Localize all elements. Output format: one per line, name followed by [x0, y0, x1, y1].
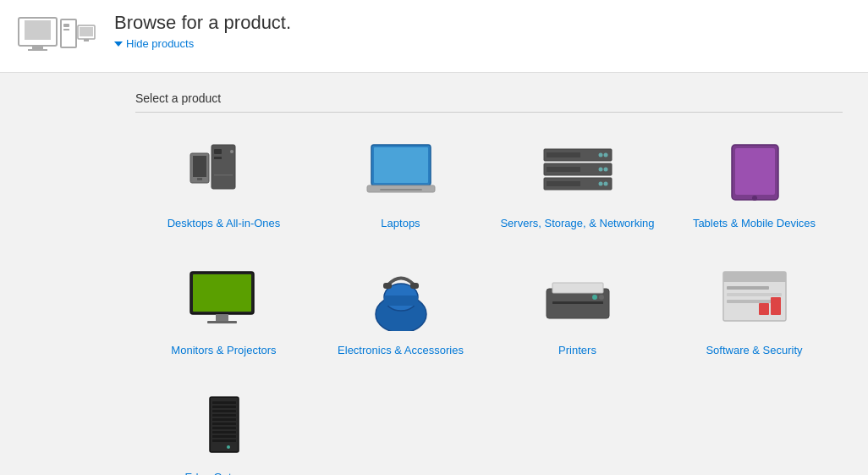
svg-rect-3 — [28, 49, 47, 51]
product-image-monitors — [178, 265, 271, 333]
svg-rect-4 — [61, 19, 76, 47]
product-image-edge-gateways — [178, 392, 271, 460]
svg-rect-23 — [547, 152, 580, 157]
svg-point-50 — [599, 295, 604, 300]
grid-empty-3 — [666, 375, 843, 475]
arrow-down-icon — [114, 41, 123, 47]
svg-rect-27 — [547, 167, 580, 172]
product-item-software[interactable]: Software & Security — [666, 248, 843, 375]
hide-products-link[interactable]: Hide products — [114, 37, 291, 50]
product-label-electronics: Electronics & Accessories — [338, 343, 464, 358]
svg-rect-54 — [727, 286, 769, 290]
svg-rect-8 — [80, 27, 93, 36]
product-image-tablets — [708, 138, 801, 206]
svg-rect-47 — [552, 283, 603, 293]
product-label-printers: Printers — [558, 343, 596, 358]
svg-rect-16 — [193, 156, 206, 177]
product-item-servers[interactable]: Servers, Storage, & Networking — [489, 121, 666, 248]
product-image-printers — [531, 265, 624, 333]
svg-rect-57 — [759, 303, 769, 315]
select-product-label: Select a product — [135, 81, 843, 113]
svg-rect-14 — [214, 174, 233, 176]
product-label-servers: Servers, Storage, & Networking — [500, 216, 654, 231]
svg-rect-43 — [384, 295, 418, 306]
svg-rect-56 — [727, 300, 773, 303]
svg-rect-19 — [374, 147, 428, 183]
svg-point-24 — [598, 152, 602, 157]
svg-rect-64 — [212, 418, 236, 421]
product-label-tablets: Tablets & Mobile Devices — [693, 216, 816, 231]
svg-point-70 — [227, 445, 230, 449]
svg-rect-63 — [212, 414, 236, 417]
hide-products-label: Hide products — [126, 37, 194, 50]
svg-rect-31 — [547, 181, 580, 186]
svg-rect-38 — [193, 274, 251, 312]
product-image-electronics — [354, 265, 448, 333]
svg-rect-17 — [197, 178, 202, 180]
svg-rect-58 — [771, 297, 781, 315]
svg-rect-60 — [212, 401, 236, 404]
product-item-edge-gateways[interactable]: Edge Gateways — [135, 375, 312, 475]
svg-rect-44 — [383, 283, 392, 289]
svg-rect-2 — [32, 46, 43, 49]
header-icon — [17, 15, 97, 62]
product-label-desktops: Desktops & All-in-Ones — [168, 216, 281, 231]
svg-rect-9 — [84, 39, 89, 41]
svg-rect-53 — [723, 279, 786, 282]
svg-rect-66 — [212, 427, 236, 429]
svg-point-13 — [230, 150, 233, 153]
product-item-printers[interactable]: Printers — [489, 248, 666, 375]
product-label-laptops: Laptops — [381, 216, 420, 231]
svg-rect-6 — [63, 29, 69, 30]
svg-rect-5 — [63, 24, 69, 27]
grid-empty-2 — [489, 375, 666, 475]
svg-rect-35 — [735, 148, 775, 195]
svg-rect-45 — [410, 283, 419, 289]
product-item-electronics[interactable]: Electronics & Accessories — [312, 248, 489, 375]
header-text: Browse for a product. Hide products — [114, 12, 291, 50]
product-label-edge-gateways: Edge Gateways — [185, 470, 263, 475]
product-image-software — [708, 265, 801, 333]
product-label-monitors: Monitors & Projectors — [171, 343, 276, 358]
product-image-desktops — [178, 138, 271, 206]
svg-rect-67 — [212, 431, 236, 434]
product-item-laptops[interactable]: Laptops — [312, 121, 489, 248]
svg-rect-48 — [552, 301, 603, 304]
svg-rect-65 — [212, 423, 236, 425]
page-header: Browse for a product. Hide products — [0, 0, 868, 73]
svg-rect-39 — [216, 314, 228, 321]
svg-point-25 — [603, 152, 607, 157]
svg-rect-68 — [212, 435, 236, 438]
svg-point-49 — [592, 295, 597, 300]
svg-rect-21 — [380, 189, 422, 191]
product-grid: Desktops & All-in-Ones Laptops — [135, 121, 843, 475]
page-title: Browse for a product. — [114, 12, 291, 34]
svg-point-33 — [603, 181, 607, 185]
svg-rect-62 — [212, 410, 236, 412]
svg-point-36 — [752, 196, 757, 201]
product-item-tablets[interactable]: Tablets & Mobile Devices — [666, 121, 843, 248]
svg-point-28 — [598, 167, 602, 171]
product-item-monitors[interactable]: Monitors & Projectors — [135, 248, 312, 375]
main-content: Select a product Desktops & All-in-On — [0, 73, 868, 475]
product-image-servers — [531, 138, 624, 206]
svg-rect-12 — [214, 157, 222, 159]
svg-point-29 — [603, 167, 607, 171]
computer-icon — [17, 15, 97, 62]
svg-rect-1 — [25, 20, 51, 40]
grid-empty-1 — [312, 375, 489, 475]
svg-point-32 — [598, 181, 602, 185]
svg-rect-55 — [727, 293, 782, 296]
product-label-software: Software & Security — [706, 343, 802, 358]
product-image-laptops — [354, 138, 448, 206]
svg-rect-11 — [214, 149, 222, 154]
product-item-desktops[interactable]: Desktops & All-in-Ones — [135, 121, 312, 248]
svg-rect-40 — [207, 321, 237, 323]
svg-rect-69 — [212, 439, 236, 442]
svg-rect-61 — [212, 406, 236, 408]
